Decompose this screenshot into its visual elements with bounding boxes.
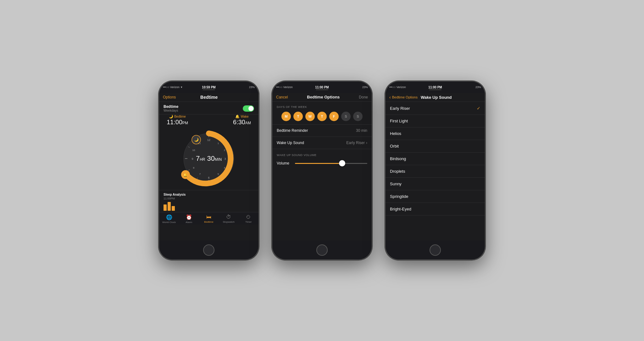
- world-clock-label: World Clock: [162, 221, 176, 224]
- carrier-info-2: •••○○ Verizon: [276, 86, 293, 89]
- sound-list: Early Riser ✓ First Light Helios Orbit B…: [386, 102, 485, 241]
- status-time-2: 11:00 PM: [315, 86, 329, 89]
- bedtime-time-group: 🌙 Bedtime 11:00PM: [167, 115, 188, 126]
- nav-title-3: Wake Up Sound: [421, 95, 452, 100]
- sleep-analysis-title: Sleep Analysis: [164, 193, 254, 196]
- day-tuesday[interactable]: T: [293, 112, 303, 121]
- day-thursday[interactable]: T: [317, 112, 327, 121]
- home-button-1[interactable]: [203, 244, 214, 256]
- svg-text:🌙: 🌙: [194, 137, 199, 142]
- svg-text:3: 3: [224, 157, 226, 160]
- svg-text:5: 5: [218, 173, 219, 176]
- tab-world-clock[interactable]: 🌐 World Clock: [159, 214, 179, 224]
- phone-2: •••○○ Verizon 11:00 PM 23% Cancel Bedtim…: [272, 81, 372, 260]
- svg-text:10: 10: [192, 149, 195, 152]
- sound-item-bright-eyed[interactable]: Bright-Eyed: [386, 203, 485, 215]
- home-button-2[interactable]: [316, 244, 328, 256]
- day-sunday[interactable]: S: [353, 112, 363, 121]
- wifi-icon-1: ▾: [181, 86, 182, 89]
- back-arrow-icon: ‹: [389, 95, 391, 100]
- sleep-bar-3: [172, 206, 175, 211]
- screen-2: Cancel Bedtime Options Done DAYS OF THE …: [272, 93, 372, 241]
- day-friday[interactable]: F: [329, 112, 339, 121]
- back-button[interactable]: Bedtime Options: [392, 95, 418, 99]
- sound-item-sunny[interactable]: Sunny: [386, 178, 485, 190]
- volume-thumb[interactable]: [339, 160, 345, 166]
- wake-sound-arrow: ›: [366, 141, 367, 145]
- reminder-row[interactable]: Bedtime Reminder 30 min: [272, 124, 372, 137]
- tab-alarm[interactable]: ⏰ Alarm: [179, 214, 199, 224]
- wake-sound-label: Wake Up Sound: [277, 141, 304, 145]
- time-labels: 🌙 Bedtime 11:00PM 🔔 Wake 6:30AM: [159, 115, 258, 126]
- duration-value: 7HR 30MIN: [196, 154, 222, 163]
- svg-text:7: 7: [199, 173, 201, 176]
- bedtime-toggle[interactable]: [243, 105, 254, 112]
- bedtime-time-value: 11:00PM: [167, 119, 188, 126]
- wake-sound-value: Early Riser: [346, 141, 365, 145]
- carrier-text-3: •••○○ Verizon: [389, 86, 406, 89]
- tab-bedtime[interactable]: 🛏 Bedtime: [199, 214, 219, 224]
- sound-name-helios: Helios: [390, 131, 401, 136]
- days-header: DAYS OF THE WEEK: [272, 102, 372, 110]
- sound-item-springtide[interactable]: Springtide: [386, 190, 485, 203]
- sound-item-helios[interactable]: Helios: [386, 127, 485, 140]
- volume-row: Volume: [272, 159, 372, 168]
- tab-timer[interactable]: ⏲ Timer: [239, 214, 258, 224]
- done-button[interactable]: Done: [359, 95, 368, 99]
- svg-text:2: 2: [224, 149, 225, 152]
- sound-name-orbit: Orbit: [390, 144, 399, 148]
- cancel-button[interactable]: Cancel: [276, 95, 288, 99]
- sound-name-bright-eyed: Bright-Eyed: [390, 207, 411, 211]
- clock-ring[interactable]: 12 3 6 9 1 2 4 5 7 8 10 11: [177, 127, 240, 190]
- sleep-bar-2: [168, 202, 171, 211]
- volume-header: WAKE UP SOUND VOLUME: [272, 149, 372, 159]
- carrier-text-1: •••○○ Verizon: [163, 86, 180, 89]
- sound-item-birdsong[interactable]: Birdsong: [386, 153, 485, 165]
- bedtime-tab-label: Bedtime: [204, 221, 213, 223]
- status-bar-1: •••○○ Verizon ▾ 10:59 PM 23%: [159, 81, 258, 93]
- checkmark-icon: ✓: [477, 106, 480, 111]
- weekdays-label: Weekdays: [164, 109, 178, 112]
- tab-stopwatch[interactable]: ⏱ Stopwatch: [219, 214, 239, 224]
- svg-text:6: 6: [208, 176, 209, 179]
- reminder-label: Bedtime Reminder: [277, 128, 308, 133]
- status-time-3: 11:00 PM: [428, 86, 442, 89]
- carrier-info-3: •••○○ Verizon: [389, 86, 406, 89]
- phone-bottom-1: [159, 241, 258, 260]
- reminder-value: 30 min: [356, 128, 367, 133]
- wake-sound-row[interactable]: Wake Up Sound Early Riser ›: [272, 137, 372, 149]
- sound-item-orbit[interactable]: Orbit: [386, 140, 485, 153]
- phone-bottom-2: [272, 241, 372, 260]
- status-time-1: 10:59 PM: [202, 86, 215, 89]
- volume-slider[interactable]: [295, 163, 367, 164]
- sound-item-droplets[interactable]: Droplets: [386, 165, 485, 178]
- nav-title-2: Bedtime Options: [307, 95, 340, 99]
- sound-name-birdsong: Birdsong: [390, 156, 406, 161]
- nav-title-1: Bedtime: [200, 95, 218, 100]
- day-saturday[interactable]: S: [341, 112, 351, 121]
- sound-item-first-light[interactable]: First Light: [386, 115, 485, 127]
- day-wednesday[interactable]: W: [305, 112, 315, 121]
- svg-text:12: 12: [207, 138, 210, 142]
- day-monday[interactable]: M: [281, 112, 291, 121]
- phone-3: •••○○ Verizon 11:00 PM 23% ‹ Bedtime Opt…: [385, 81, 486, 260]
- stopwatch-icon: ⏱: [226, 214, 231, 220]
- status-bar-2: •••○○ Verizon 11:00 PM 23%: [272, 81, 372, 93]
- bedtime-toggle-row: Bedtime Weekdays: [159, 102, 258, 115]
- alarm-icon: ⏰: [186, 214, 192, 220]
- options-button[interactable]: Options: [163, 95, 176, 99]
- svg-text:9: 9: [192, 157, 193, 160]
- sound-name-droplets: Droplets: [390, 169, 405, 174]
- sleep-analysis: Sleep Analysis 11:00PM: [159, 190, 258, 212]
- moon-icon: 🌙: [169, 115, 173, 119]
- svg-text:8: 8: [193, 166, 195, 169]
- sleep-analysis-time: 11:00PM: [164, 197, 254, 200]
- duration-display: 7HR 30MIN: [196, 154, 222, 163]
- wake-time-value: 6:30AM: [233, 119, 251, 126]
- home-button-3[interactable]: [430, 244, 441, 256]
- svg-text:🔔: 🔔: [183, 173, 188, 177]
- nav-bar-3: ‹ Bedtime Options Wake Up Sound: [386, 93, 485, 102]
- sleep-bars: [164, 201, 254, 211]
- carrier-info-1: •••○○ Verizon ▾: [163, 86, 182, 89]
- sound-item-early-riser[interactable]: Early Riser ✓: [386, 102, 485, 115]
